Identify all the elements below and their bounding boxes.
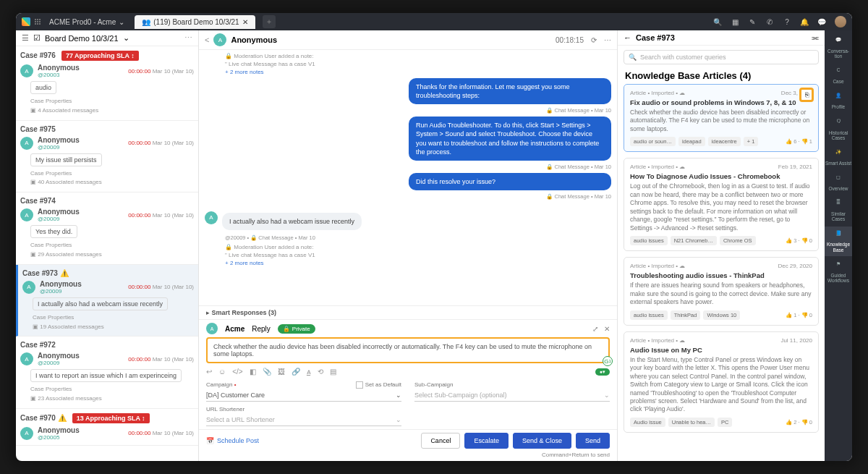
layout-icon[interactable]: ▤ [330, 368, 336, 376]
rail-item[interactable]: 👤Profile [825, 89, 852, 113]
url-shortener-field[interactable]: URL Shortener Select a URL Shortener⌄ [206, 406, 401, 426]
case-properties-link[interactable]: Case Properties [30, 169, 194, 179]
kb-tag[interactable]: audio or soun… [630, 137, 676, 146]
rail-item[interactable]: ⚑Guided Workflows [825, 258, 852, 287]
kb-article-list[interactable]: ⎘ Article • Imported • ☁Dec 3, 2020 Fix … [618, 84, 825, 461]
conversation-body[interactable]: 🔒 Moderation User added a note: " Live c… [199, 50, 617, 305]
case-card[interactable]: Case #970 ⚠️13 Approaching SLA ↕ A Anony… [16, 409, 198, 446]
private-badge[interactable]: 🔒 Private [278, 324, 315, 334]
case-list[interactable]: Case #97677 Approaching SLA ↕ A Anonymou… [16, 46, 198, 461]
kb-tag[interactable]: audio issues [630, 236, 668, 245]
workspace-switcher[interactable]: ACME Prod0 - Acme ⌄ [45, 17, 129, 27]
kb-tag[interactable]: Windows 10 [703, 310, 740, 320]
user-avatar[interactable] [835, 16, 846, 27]
kb-tag[interactable]: audio issues [630, 310, 668, 320]
more-notes-link[interactable]: + 2 more notes [225, 260, 611, 266]
expand-icon[interactable]: ⤢ [592, 325, 598, 333]
link-icon[interactable]: 🔗 [292, 368, 300, 376]
cancel-button[interactable]: Cancel [421, 433, 460, 449]
chat-icon[interactable]: 💬 [817, 17, 827, 27]
case-properties-link[interactable]: Case Properties [30, 385, 194, 394]
kb-reactions[interactable]: 👍 1 · 👎 0 [786, 312, 812, 318]
case-card[interactable]: Case #972 A Anonymous@20009 00:00:00 Mar… [16, 337, 198, 409]
sync-icon[interactable]: ⟲ [318, 368, 323, 376]
help-icon[interactable]: ? [782, 17, 792, 27]
more-icon[interactable]: ⋯ [184, 33, 192, 43]
rail-item[interactable]: CCase [825, 64, 852, 88]
bell-icon[interactable]: 🔔 [799, 17, 809, 27]
rail-item[interactable]: ◻Overview [825, 171, 852, 195]
rail-item[interactable]: 🗨Historical Cases [825, 115, 852, 144]
refresh-icon[interactable]: ⟳ [591, 36, 597, 44]
send-close-button[interactable]: Send & Close [513, 433, 571, 449]
kb-tag[interactable]: ideapad [678, 137, 705, 146]
reply-mode[interactable]: Reply [252, 325, 271, 333]
calendar-icon[interactable]: ▦ [730, 17, 740, 27]
kb-tag[interactable]: Unable to hea… [668, 418, 715, 427]
kb-tag[interactable]: Audio issue [630, 418, 665, 427]
hamburger-icon[interactable]: ☰ [22, 33, 29, 43]
kb-article-card[interactable]: ⎘ Article • Imported • ☁Dec 3, 2020 Fix … [624, 84, 819, 152]
edit-icon[interactable]: ✎ [747, 17, 757, 27]
board-check-icon[interactable]: ☑ [33, 33, 41, 43]
search-icon[interactable]: 🔍 [712, 17, 723, 27]
emoji-icon[interactable]: ☺ [218, 368, 226, 376]
case-card[interactable]: Case #973 ⚠️ A Anonymous@20009 00:00:00 … [16, 265, 198, 337]
case-assoc-link[interactable]: ▣ 29 Associated messages [30, 250, 194, 260]
kb-tag[interactable]: ideacentre [708, 137, 741, 146]
escalate-button[interactable]: Escalate [464, 433, 509, 449]
kb-tag[interactable]: Chrome OS [720, 236, 756, 245]
case-assoc-link[interactable]: ▣ 4 Associated messages [30, 106, 194, 116]
rail-item[interactable]: 💬Conversa-tion [825, 33, 852, 62]
close-icon[interactable]: ✕ [604, 325, 610, 333]
rail-item[interactable]: 📘Knowledge Base [825, 227, 852, 255]
kb-article-card[interactable]: Article • Imported • ☁Jul 11, 2020 Audio… [624, 331, 819, 433]
subcampaign-field[interactable]: Sub-Campaign Select Sub-Campaign (option… [414, 381, 610, 402]
rail-item[interactable]: ✨Smart Assist [825, 145, 852, 169]
case-properties-link[interactable]: Case Properties [30, 97, 194, 106]
undo-icon[interactable]: ↩ [206, 368, 212, 376]
campaign-field[interactable]: Campaign • Set as Default [DA] Customer … [206, 381, 401, 402]
new-tab-button[interactable]: ＋ [263, 15, 276, 28]
kb-tag[interactable]: ThinkPad [671, 310, 701, 320]
smart-responses-toggle[interactable]: ▸ Smart Responses (3) [199, 305, 617, 319]
app-launcher-icon[interactable] [33, 17, 42, 26]
share-icon[interactable]: ⫘ [811, 33, 819, 42]
kb-tag[interactable]: N21 Chromeb… [671, 236, 717, 245]
case-assoc-link[interactable]: ▣ 19 Associated messages [33, 323, 194, 332]
translate-icon[interactable]: ᴀ̲ [307, 368, 311, 376]
schedule-post-link[interactable]: 📅 Schedule Post [206, 437, 259, 444]
attach-icon[interactable]: 📎 [263, 368, 271, 376]
kb-reactions[interactable]: 👍 6 · 👎 1 [786, 138, 812, 145]
case-card[interactable]: Case #97677 Approaching SLA ↕ A Anonymou… [16, 46, 198, 121]
reply-textarea[interactable]: Check whether the audio device has been … [206, 337, 610, 363]
tab-active[interactable]: 👥 (119) Board Demo 10/3/21 ✕ [135, 15, 255, 29]
kb-tag[interactable]: PC [718, 418, 732, 427]
phone-icon[interactable]: ✆ [765, 17, 775, 27]
kb-article-card[interactable]: Article • Imported • ☁Feb 19, 2021 How T… [624, 158, 819, 251]
image-icon[interactable]: 🖼 [278, 368, 285, 376]
kb-reactions[interactable]: 👍 2 · 👎 0 [786, 419, 812, 426]
case-properties-link[interactable]: Case Properties [30, 241, 194, 250]
customer-avatar: A [213, 33, 226, 46]
kb-reactions[interactable]: 👍 3 · 👎 0 [786, 237, 812, 244]
rail-item[interactable]: ≣Similar Cases [825, 196, 852, 225]
more-notes-link[interactable]: + 2 more notes [225, 69, 611, 75]
toolbar-pill[interactable]: ●▾ [595, 368, 610, 376]
case-assoc-link[interactable]: ▣ 40 Associated messages [30, 178, 194, 187]
insert-article-button[interactable]: ⎘ [799, 88, 814, 102]
case-properties-link[interactable]: Case Properties [33, 313, 194, 323]
case-assoc-link[interactable]: ▣ 23 Associated messages [30, 394, 194, 404]
kb-search-input[interactable]: 🔍 Search with customer queries [624, 50, 819, 64]
case-card[interactable]: Case #975 A Anonymous@20009 00:00:00 Mar… [16, 121, 198, 193]
kb-tag[interactable]: + 1 [744, 137, 759, 146]
grammar-badge[interactable]: G1 [603, 356, 613, 366]
kb-article-card[interactable]: Article • Imported • ☁Dec 29, 2020 Troub… [624, 257, 819, 325]
case-card[interactable]: Case #974 A Anonymous@20009 00:00:00 Mar… [16, 192, 198, 265]
collapse-icon[interactable]: < [205, 35, 209, 44]
code-icon[interactable]: </> [232, 368, 242, 376]
back-icon[interactable]: ← [624, 33, 631, 42]
more-icon[interactable]: ⋯ [604, 36, 611, 44]
gif-icon[interactable]: ◧ [250, 368, 256, 376]
send-button[interactable]: Send [576, 433, 610, 449]
